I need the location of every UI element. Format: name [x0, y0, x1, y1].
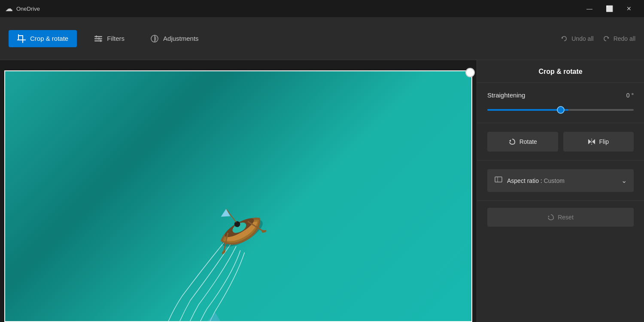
right-panel: Crop & rotate Straightening 0 ° R [477, 60, 644, 322]
svg-rect-5 [94, 36, 102, 37]
crop-corner-handle[interactable] [465, 68, 475, 77]
titlebar-title: OneDrive [16, 6, 40, 12]
straightening-slider[interactable] [487, 109, 634, 111]
maximize-button[interactable]: ⬜ [599, 2, 619, 15]
aspect-label-group: Aspect ratio : Custom [494, 175, 565, 186]
adjustments-icon [150, 34, 159, 43]
redo-label: Redo all [614, 35, 635, 42]
straightening-section: Straightening 0 ° [477, 83, 644, 123]
redo-icon [602, 35, 610, 43]
reset-button[interactable]: Reset [487, 208, 634, 227]
onedrive-icon: ☁ [5, 4, 13, 13]
aspect-separator: : [539, 177, 544, 184]
straightening-label: Straightening [487, 91, 525, 99]
svg-rect-30 [495, 177, 502, 182]
rotate-label: Rotate [519, 138, 537, 145]
svg-rect-0 [18, 36, 23, 40]
reset-icon [547, 214, 554, 221]
crop-rotate-icon [17, 34, 26, 43]
toolbar: Crop & rotate Filters Adjustments Undo a… [0, 17, 644, 60]
titlebar: ☁ OneDrive — ⬜ ✕ [0, 0, 644, 17]
rotate-icon [508, 138, 516, 146]
adjustments-label: Adjustments [163, 35, 199, 42]
main-content: Crop & rotate Straightening 0 ° R [0, 60, 644, 322]
undo-icon [560, 35, 568, 43]
redo-all-action: Redo all [602, 35, 635, 43]
crop-rotate-label: Crop & rotate [30, 35, 68, 42]
reset-section: Reset [477, 201, 644, 234]
aspect-ratio-label: Aspect ratio : Custom [507, 177, 565, 184]
svg-marker-24 [219, 209, 231, 221]
boat-illustration [5, 71, 471, 321]
reset-label: Reset [558, 214, 574, 221]
titlebar-controls: — ⬜ ✕ [580, 2, 639, 15]
aspect-ratio-icon [494, 175, 503, 186]
filters-label: Filters [107, 35, 125, 42]
image-scene [4, 70, 472, 322]
svg-marker-32 [548, 216, 549, 217]
adjustments-button[interactable]: Adjustments [142, 30, 207, 47]
minimize-button[interactable]: — [580, 2, 599, 15]
close-button[interactable]: ✕ [619, 2, 639, 15]
chevron-down-icon: ⌄ [621, 176, 627, 185]
flip-button[interactable]: Flip [563, 132, 634, 152]
undo-all-action: Undo all [560, 35, 593, 43]
straightening-slider-container [487, 106, 634, 114]
aspect-ratio-section: Aspect ratio : Custom ⌄ [477, 161, 644, 201]
straightening-value: 0 ° [626, 92, 634, 99]
flip-label: Flip [599, 138, 609, 145]
canvas-area [0, 60, 477, 322]
svg-rect-8 [96, 35, 97, 37]
undo-label: Undo all [571, 35, 593, 42]
titlebar-left: ☁ OneDrive [5, 4, 40, 13]
action-row: Rotate Flip [487, 132, 634, 152]
rotate-button[interactable]: Rotate [487, 132, 558, 152]
svg-rect-10 [100, 39, 101, 42]
svg-marker-28 [592, 139, 595, 144]
crop-rotate-button[interactable]: Crop & rotate [9, 30, 77, 47]
aspect-ratio-dropdown[interactable]: Aspect ratio : Custom ⌄ [487, 169, 634, 192]
filters-icon [94, 34, 103, 43]
rotate-flip-section: Rotate Flip [477, 123, 644, 161]
filters-button[interactable]: Filters [85, 30, 133, 47]
svg-marker-27 [588, 139, 591, 144]
panel-title: Crop & rotate [477, 60, 644, 83]
section-header: Straightening 0 ° [487, 91, 634, 99]
aspect-icon-svg [494, 175, 503, 184]
svg-rect-9 [98, 37, 100, 39]
flip-icon [588, 138, 595, 146]
